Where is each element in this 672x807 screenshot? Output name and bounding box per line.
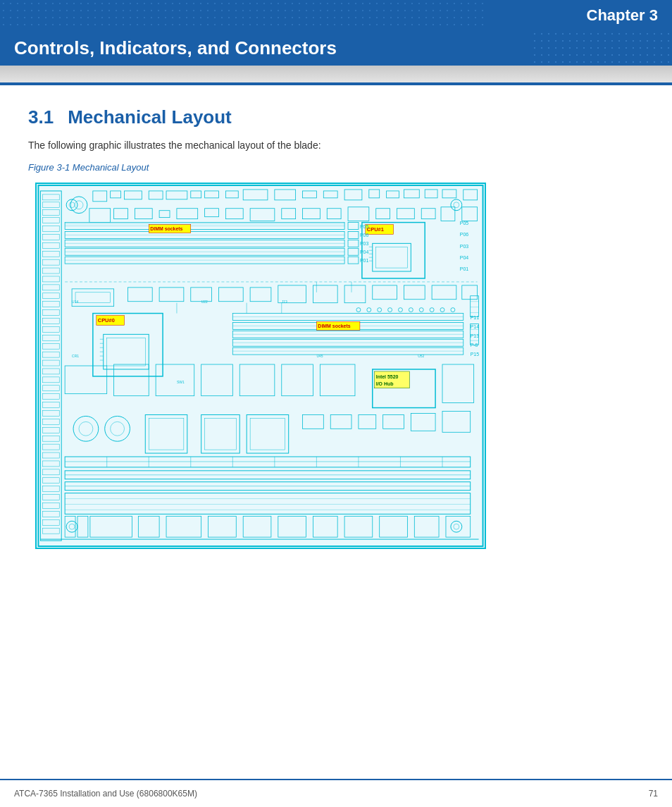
svg-text:U45: U45 xyxy=(316,355,323,358)
svg-text:P05: P05 xyxy=(360,224,368,229)
figure-caption: Figure 3-1 Mechanical Layout xyxy=(28,162,644,173)
svg-text:CR1: CR1 xyxy=(72,355,79,358)
svg-text:I/O Hub: I/O Hub xyxy=(376,381,394,386)
page-title: Controls, Indicators, and Connectors xyxy=(14,37,337,59)
svg-text:P13: P13 xyxy=(471,333,479,338)
title-bar-dots xyxy=(531,30,672,66)
header-dots-decoration xyxy=(0,0,488,30)
title-bar: Controls, Indicators, and Connectors xyxy=(0,30,672,66)
footer-left-text: ATCA-7365 Installation and Use (6806800K… xyxy=(14,789,197,799)
svg-text:P-8: P-8 xyxy=(471,343,478,347)
section-title: Mechanical Layout xyxy=(68,106,232,128)
svg-text:P15: P15 xyxy=(471,352,479,357)
section-number: 3.1 xyxy=(28,106,54,128)
svg-text:P05: P05 xyxy=(460,221,468,226)
svg-text:CPU#1: CPU#1 xyxy=(367,226,384,233)
svg-text:P14: P14 xyxy=(471,324,479,329)
svg-text:P04: P04 xyxy=(460,255,468,260)
svg-text:P01: P01 xyxy=(460,266,468,271)
gray-decoration-bar xyxy=(0,66,672,85)
pcb-diagram: P05 P06 P03 P04 P01 CPU#1 xyxy=(35,183,486,549)
svg-text:P04: P04 xyxy=(360,250,368,254)
svg-text:P11: P11 xyxy=(471,315,479,320)
svg-text:P06: P06 xyxy=(460,232,468,237)
svg-text:P06: P06 xyxy=(360,233,368,238)
svg-text:P03: P03 xyxy=(360,241,368,246)
footer-page-number: 71 xyxy=(649,789,658,799)
page-footer: ATCA-7365 Installation and Use (6806800K… xyxy=(0,779,672,807)
svg-text:DIMM sockets: DIMM sockets xyxy=(318,324,350,328)
svg-text:P03: P03 xyxy=(460,244,468,249)
header-top-bar: Chapter 3 xyxy=(0,0,672,30)
svg-text:U52: U52 xyxy=(418,355,424,358)
section-heading: 3.1 Mechanical Layout xyxy=(28,106,644,128)
pcb-svg: P05 P06 P03 P04 P01 CPU#1 xyxy=(37,184,485,548)
svg-text:DIMM sockets: DIMM sockets xyxy=(150,226,182,231)
section-intro: The following graphic illustrates the me… xyxy=(28,140,644,151)
svg-text:SW1: SW1 xyxy=(177,381,185,384)
page-content: 3.1 Mechanical Layout The following grap… xyxy=(0,85,672,563)
svg-text:Intel 5520: Intel 5520 xyxy=(376,374,399,379)
svg-text:CPU#0: CPU#0 xyxy=(98,317,115,324)
chapter-label: Chapter 3 xyxy=(587,6,658,25)
svg-text:P01: P01 xyxy=(360,258,368,263)
svg-text:U22: U22 xyxy=(201,300,208,304)
svg-text:U14: U14 xyxy=(72,300,78,304)
svg-text:J13: J13 xyxy=(282,300,287,304)
